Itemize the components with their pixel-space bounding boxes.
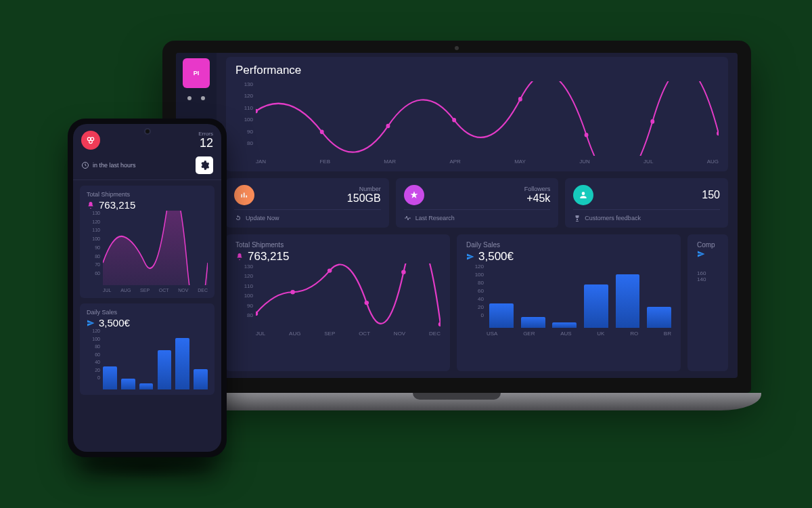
star-icon: [404, 185, 424, 205]
bell-icon: [235, 253, 244, 261]
daily-sales-yticks: 120100 8060 4020 0: [466, 263, 484, 318]
performance-panel: Performance 130120 110100 9080: [226, 57, 728, 171]
bar-aus: [552, 322, 577, 328]
svg-point-12: [401, 270, 406, 274]
user-icon: [573, 185, 593, 205]
svg-point-1: [320, 130, 324, 135]
app-logo[interactable]: [81, 131, 100, 150]
completed-panel: Comp 160140: [687, 234, 728, 371]
trophy-icon: [573, 214, 581, 222]
last-hours-label: in the last hours: [93, 162, 136, 169]
bar-br: [194, 369, 208, 389]
svg-point-2: [386, 124, 390, 129]
phone-shipments-xticks: JULAUG SEPOCT NOVDEC: [87, 288, 208, 293]
send-icon: [87, 319, 95, 327]
bar-uk: [158, 350, 172, 390]
stat-number-value: 150GB: [347, 192, 381, 205]
stat-number-footer[interactable]: Update Now: [234, 209, 381, 222]
bar-usa: [103, 366, 117, 389]
shipments-title: Total Shipments: [235, 241, 441, 249]
stat-followers-value: +45k: [524, 192, 551, 205]
bar-ger: [521, 317, 545, 328]
stat-users-footer[interactable]: Customers feedback: [573, 209, 720, 222]
phone-mockup: Errors 12 in the last hours Total Shipme…: [68, 119, 227, 457]
phone-shipments-plot: 130120 110100 9080 7060: [87, 211, 208, 285]
settings-button[interactable]: [196, 156, 213, 174]
svg-point-6: [650, 119, 654, 124]
stat-followers[interactable]: Followers +45k Last Research: [396, 178, 559, 228]
filter-row: in the last hours: [73, 152, 221, 180]
phone-daily-sales-title: Daily Sales: [87, 309, 208, 316]
shipments-plot: 130120 110100 9080: [235, 263, 441, 328]
performance-xticks: JANFEB MARAPR MAYJUN JULAUG: [235, 158, 719, 165]
completed-title: Comp: [697, 241, 725, 249]
errors-box: Errors 12: [198, 131, 213, 149]
chart-row: Total Shipments 763,215 130120 110100 90…: [226, 234, 728, 371]
performance-line: [256, 81, 719, 156]
performance-title: Performance: [235, 64, 719, 77]
bar-aus: [139, 383, 154, 389]
shipments-yticks: 130120 110100 9080: [235, 263, 253, 318]
daily-sales-panel: Daily Sales 3,500€ 120100 8060 4020 0: [457, 234, 681, 371]
stat-users[interactable]: 150 Customers feedback: [565, 178, 728, 228]
stat-users-value: 150: [702, 189, 720, 201]
laptop-lid: PI Performance 130120 110100 9080: [162, 41, 751, 393]
phone-screen: Errors 12 in the last hours Total Shipme…: [73, 124, 221, 452]
svg-point-16: [89, 140, 93, 144]
stat-followers-label: Followers: [524, 186, 551, 192]
phone-daily-sales-plot: 120100 8060 4020 0: [87, 329, 208, 389]
sidebar-tab-label: PI: [194, 70, 200, 77]
phone-daily-sales-value: 3,500€: [99, 317, 130, 329]
phone-shipments-value: 763,215: [99, 199, 135, 211]
phone-shadow: [74, 454, 220, 480]
pie-icon[interactable]: [201, 96, 205, 100]
daily-sales-value: 3,500€: [478, 250, 514, 263]
refresh-icon: [234, 214, 242, 222]
bar-ger: [121, 379, 135, 389]
phone-shipments-panel: Total Shipments 763,215 130120 110100 90…: [80, 186, 215, 298]
bar-usa: [489, 303, 514, 328]
daily-sales-xticks: USAGER AUSUK ROBR: [466, 331, 671, 337]
laptop-screen: PI Performance 130120 110100 9080: [176, 53, 738, 378]
pulse-icon: [404, 214, 412, 222]
svg-point-5: [585, 133, 589, 137]
bar-br: [647, 307, 671, 328]
stat-row: Number 150GB Update Now: [226, 178, 728, 228]
performance-yticks: 130120 110100 9080: [235, 81, 253, 146]
phone-shipments-title: Total Shipments: [87, 191, 208, 198]
phone-daily-sales-yticks: 120100 8060 4020 0: [87, 329, 100, 380]
shipments-panel: Total Shipments 763,215 130120 110100 90…: [226, 234, 450, 371]
bar-uk: [584, 284, 608, 328]
performance-plot: 130120 110100 9080: [235, 81, 719, 156]
errors-value: 12: [198, 137, 213, 149]
clock-icon: [81, 161, 89, 169]
daily-sales-plot: 120100 8060 4020 0: [466, 263, 671, 328]
webcam-dot: [455, 46, 459, 50]
bell-icon: [87, 201, 95, 209]
bar-ro: [616, 274, 640, 328]
stat-number-label: Number: [347, 186, 381, 192]
laptop-mockup: PI Performance 130120 110100 9080: [162, 41, 771, 433]
sidebar-sub-dots: [183, 96, 210, 100]
svg-point-11: [365, 301, 369, 305]
laptop-base: [152, 393, 761, 410]
shipments-xticks: JULAUG SEPOCT NOVDEC: [235, 331, 441, 337]
send-icon: [466, 253, 474, 261]
phone-shipments-yticks: 130120 110100 9080 7060: [87, 211, 100, 276]
phone-camera: [144, 128, 151, 135]
shipments-value: 763,215: [248, 250, 289, 263]
phone-daily-sales-panel: Daily Sales 3,500€ 120100 8060 4020 0: [80, 303, 215, 395]
gear-icon: [199, 160, 210, 171]
svg-point-7: [717, 131, 719, 136]
dashboard-main: Performance 130120 110100 9080: [217, 53, 738, 378]
stat-followers-footer[interactable]: Last Research: [404, 209, 551, 222]
svg-point-13: [438, 322, 441, 326]
daily-sales-title: Daily Sales: [466, 241, 671, 249]
svg-point-3: [452, 118, 456, 123]
sidebar-tab-pi[interactable]: PI: [183, 58, 210, 88]
stat-number[interactable]: Number 150GB Update Now: [226, 178, 389, 228]
laptop-notch: [413, 393, 501, 400]
svg-point-9: [290, 290, 295, 294]
svg-point-4: [518, 97, 522, 102]
send-icon: [697, 250, 705, 258]
